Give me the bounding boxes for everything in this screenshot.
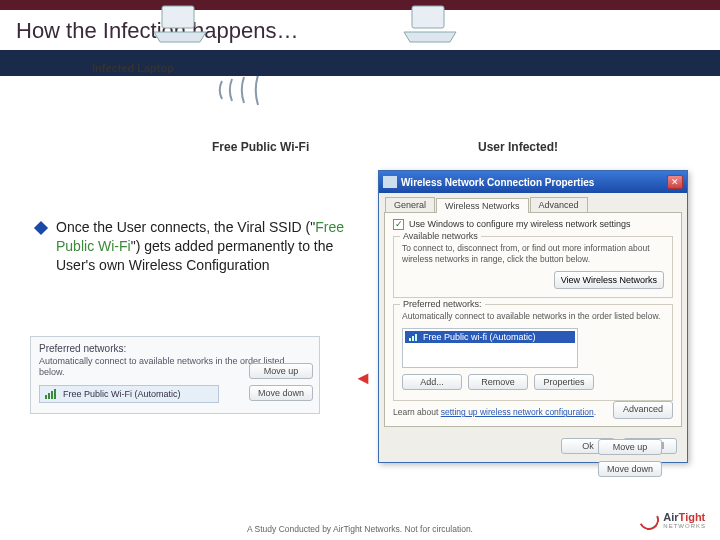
properties-button[interactable]: Properties — [534, 374, 594, 390]
view-wireless-networks-button[interactable]: View Wireless Networks — [554, 271, 664, 289]
network-name: Free Public Wi-Fi (Automatic) — [63, 389, 181, 399]
learn-text: Learn about setting up wireless network … — [393, 407, 673, 418]
move-down-button[interactable]: Move down — [598, 461, 662, 477]
bullet-text: Once the User connects, the Viral SSID (… — [56, 218, 366, 275]
laptop-infected-icon — [150, 4, 210, 44]
preferred-list[interactable]: Free Public wi-fi (Automatic) — [402, 328, 578, 368]
tab-strip: General Wireless Networks Advanced — [379, 193, 687, 212]
close-icon[interactable]: ✕ — [667, 175, 683, 189]
slide-title: How the Infection happens… — [0, 10, 720, 48]
checkbox-icon: ✓ — [393, 219, 404, 230]
group-label-preferred: Preferred networks: — [400, 299, 485, 309]
user-infected-label: User Infected! — [478, 140, 558, 154]
arrow-left-icon: ◄ — [354, 368, 372, 389]
available-desc: To connect to, disconnect from, or find … — [402, 243, 664, 265]
group-label-available: Available networks — [400, 231, 481, 241]
checkbox-label: Use Windows to configure my wireless net… — [409, 219, 631, 229]
tab-general[interactable]: General — [385, 197, 435, 212]
move-up-button[interactable]: Move up — [598, 439, 662, 455]
signal-icon — [45, 389, 57, 399]
footer-note: A Study Conducted by AirTight Networks. … — [0, 524, 720, 534]
tab-advanced[interactable]: Advanced — [530, 197, 588, 212]
laptop-user-icon — [400, 4, 460, 44]
add-button[interactable]: Add... — [402, 374, 462, 390]
logo-subtext: NETWORKS — [663, 523, 706, 529]
preferred-networks-group: Preferred networks: Automatically connec… — [393, 304, 673, 401]
list-item[interactable]: Free Public wi-fi (Automatic) — [405, 331, 575, 343]
svg-rect-7 — [412, 336, 414, 341]
wireless-properties-dialog: Wireless Network Connection Properties ✕… — [378, 170, 688, 463]
preferred-desc: Automatically connect to available netwo… — [402, 311, 664, 322]
svg-rect-1 — [412, 6, 444, 28]
learn-link[interactable]: setting up wireless network configuratio… — [441, 407, 594, 417]
dialog-icon — [383, 176, 397, 188]
preferred-networks-panel: Preferred networks: Automatically connec… — [30, 336, 320, 414]
tab-wireless-networks[interactable]: Wireless Networks — [436, 198, 529, 213]
free-wifi-label: Free Public Wi-Fi — [212, 140, 309, 154]
list-item-label: Free Public wi-fi (Automatic) — [423, 332, 536, 342]
dialog-title: Wireless Network Connection Properties — [401, 177, 667, 188]
remove-button[interactable]: Remove — [468, 374, 528, 390]
svg-rect-6 — [409, 338, 411, 341]
svg-rect-2 — [45, 395, 47, 399]
logo-text: AirTight — [663, 511, 706, 523]
infected-laptop-label: Infected Laptop — [92, 62, 174, 74]
wifi-waves-icon — [216, 76, 286, 126]
svg-rect-4 — [51, 391, 53, 399]
dialog-titlebar[interactable]: Wireless Network Connection Properties ✕ — [379, 171, 687, 193]
use-windows-checkbox[interactable]: ✓ Use Windows to configure my wireless n… — [393, 219, 673, 230]
svg-rect-3 — [48, 393, 50, 399]
accent-bar — [0, 0, 720, 10]
svg-rect-5 — [54, 389, 56, 399]
advanced-button[interactable]: Advanced — [613, 401, 673, 419]
available-networks-group: Available networks To connect to, discon… — [393, 236, 673, 298]
bullet-paragraph: Once the User connects, the Viral SSID (… — [36, 218, 366, 275]
logo-swirl-icon — [637, 507, 663, 533]
tab-body: ✓ Use Windows to configure my wireless n… — [384, 212, 682, 427]
svg-rect-0 — [162, 6, 194, 28]
panel-header: Preferred networks: — [39, 343, 311, 354]
move-up-button[interactable]: Move up — [249, 363, 313, 379]
airtight-logo: AirTight NETWORKS — [639, 510, 706, 530]
preferred-network-item[interactable]: Free Public Wi-Fi (Automatic) — [39, 385, 219, 403]
diamond-bullet-icon — [34, 221, 48, 235]
bullet-pre: Once the User connects, the Viral SSID (… — [56, 219, 315, 235]
svg-rect-8 — [415, 334, 417, 341]
move-down-button[interactable]: Move down — [249, 385, 313, 401]
